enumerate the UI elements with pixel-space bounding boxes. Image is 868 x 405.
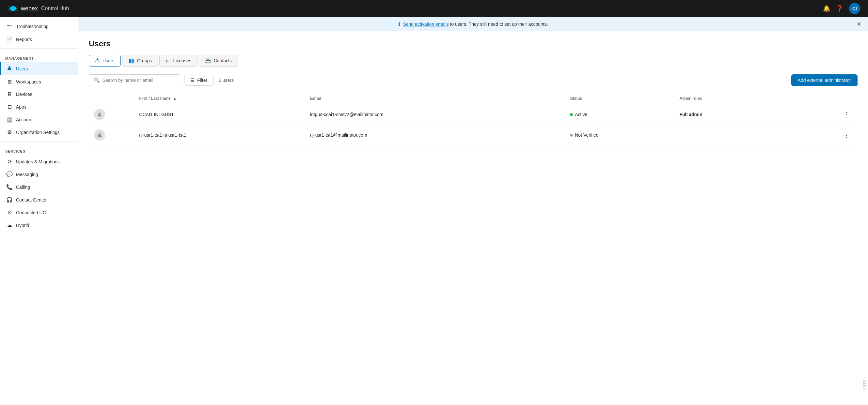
user-status: Active: [565, 104, 674, 125]
workspaces-icon: ⊞: [6, 78, 13, 85]
sidebar-item-troubleshooting[interactable]: 〜 Troubleshooting: [0, 20, 78, 33]
search-box[interactable]: 🔍: [89, 74, 180, 86]
tab-contacts-label: Contacts: [214, 58, 232, 63]
table-header: First / Last name ▲ Email Status Admin r…: [89, 93, 858, 104]
hybrid-icon: ☁: [6, 222, 13, 228]
tab-users-icon: [95, 58, 100, 64]
row-checkbox-cell: [89, 104, 134, 125]
row-more-button[interactable]: ⋮: [841, 130, 852, 140]
sidebar-item-label: Troubleshooting: [16, 24, 49, 29]
devices-icon: 🖥: [6, 91, 13, 97]
sidebar-item-reports[interactable]: 📄 Reports: [0, 33, 78, 46]
search-input[interactable]: [102, 78, 175, 83]
tab-licenses-icon: 🏷: [165, 58, 170, 64]
banner-message: to users. They still need to set up thei…: [449, 22, 548, 27]
row-actions-cell: ⋮: [811, 125, 858, 145]
row-more-button[interactable]: ⋮: [841, 109, 852, 120]
users-icon: [6, 66, 13, 72]
sidebar-item-messaging[interactable]: 💬 Messaging: [0, 168, 78, 181]
col-email-header: Email: [305, 93, 565, 104]
sidebar-item-account[interactable]: 🏢 Account: [0, 113, 78, 126]
sidebar-item-label: Workspaces: [16, 79, 41, 85]
app-header: webex Control Hub 🔔 ❓ CI: [0, 0, 868, 17]
table-row[interactable]: CCAI1 INTGUS1intgus-ccai1-cmsv2@mailinat…: [89, 104, 858, 125]
updates-icon: ⟳: [6, 159, 13, 165]
avatar[interactable]: CI: [849, 3, 860, 14]
status-text: Active: [575, 112, 587, 117]
sidebar-item-label: Updates & Migrations: [16, 159, 60, 164]
tab-contacts[interactable]: 📇 Contacts: [199, 55, 238, 67]
banner-close-button[interactable]: ✕: [857, 21, 862, 27]
col-name-label: First / Last name: [139, 96, 171, 101]
tab-users-label: Users: [102, 58, 115, 63]
sidebar-item-contact-center[interactable]: 🎧 Contact Center: [0, 193, 78, 206]
filter-button[interactable]: ☰ Filter: [184, 75, 214, 86]
messaging-icon: 💬: [6, 171, 13, 177]
sidebar-item-label: Connected UC: [16, 210, 46, 215]
sidebar-item-workspaces[interactable]: ⊞ Workspaces: [0, 75, 78, 88]
user-name[interactable]: nj-usr1-tst1 nj-usr1-tst1: [134, 125, 305, 145]
sidebar-item-label: Messaging: [16, 172, 38, 177]
sidebar-item-label: Reports: [16, 37, 32, 42]
tab-users[interactable]: Users: [89, 55, 121, 67]
troubleshooting-icon: 〜: [6, 23, 13, 30]
banner-text: Send activation emails to users. They st…: [403, 22, 548, 27]
filter-label: Filter: [197, 78, 207, 83]
page-tabs: Users 👥 Groups 🏷 Licenses 📇 Contacts: [89, 55, 858, 67]
col-status-header: Status: [565, 93, 674, 104]
active-dot: [570, 113, 573, 116]
send-activation-emails-link[interactable]: Send activation emails: [403, 22, 448, 27]
svg-point-3: [99, 133, 100, 135]
page-title: Users: [89, 39, 858, 48]
sidebar-item-label: Users: [16, 66, 28, 71]
banner-info-icon: ℹ: [398, 21, 400, 27]
sidebar: 〜 Troubleshooting 📄 Reports MANAGEMENT U…: [0, 17, 79, 405]
users-tbody: CCAI1 INTGUS1intgus-ccai1-cmsv2@mailinat…: [89, 104, 858, 145]
tab-licenses-label: Licenses: [173, 58, 191, 63]
user-email: nj-usr1-tst1@mailinator.com: [305, 125, 565, 145]
add-external-admin-button[interactable]: Add external administrator: [791, 74, 858, 86]
tab-licenses[interactable]: 🏷 Licenses: [159, 55, 197, 67]
col-admin-header: Admin roles: [674, 93, 811, 104]
services-section-label: SERVICES: [0, 144, 78, 155]
sidebar-item-connected-uc[interactable]: ⊙ Connected UC: [0, 206, 78, 219]
tab-groups[interactable]: 👥 Groups: [122, 55, 158, 67]
col-name-header[interactable]: First / Last name ▲: [134, 93, 305, 104]
app-body: 〜 Troubleshooting 📄 Reports MANAGEMENT U…: [0, 17, 868, 405]
sidebar-item-org-settings[interactable]: ⚙ Organization Settings: [0, 126, 78, 139]
sidebar-item-calling[interactable]: 📞 Calling: [0, 181, 78, 193]
user-admin-roles: [674, 125, 811, 145]
header-title: Control Hub: [41, 5, 69, 11]
activation-banner: ℹ Send activation emails to users. They …: [79, 17, 868, 31]
svg-point-2: [99, 113, 100, 115]
reports-icon: 📄: [6, 36, 13, 42]
sidebar-item-users[interactable]: Users: [0, 62, 78, 75]
row-actions-cell: ⋮: [811, 104, 858, 125]
user-email: intgus-ccai1-cmsv2@mailinator.com: [305, 104, 565, 125]
sidebar-item-label: Calling: [16, 184, 30, 190]
main-content: ℹ Send activation emails to users. They …: [79, 17, 868, 405]
contact-center-icon: 🎧: [6, 197, 13, 203]
logo-text: webex: [21, 5, 38, 12]
sidebar-item-label: Apps: [16, 104, 26, 109]
toolbar: 🔍 ☰ Filter 2 users Add external administ…: [89, 74, 858, 86]
page-content: Users Users 👥 Groups 🏷 Licenses: [79, 31, 868, 405]
table-row[interactable]: nj-usr1-tst1 nj-usr1-tst1nj-usr1-tst1@ma…: [89, 125, 858, 145]
sidebar-item-updates[interactable]: ⟳ Updates & Migrations: [0, 155, 78, 168]
tab-contacts-icon: 📇: [205, 58, 211, 64]
sidebar-item-label: Hybrid: [16, 223, 29, 228]
notification-icon[interactable]: 🔔: [823, 5, 830, 12]
not-verified-dot: [570, 134, 573, 137]
col-checkbox: [89, 93, 134, 104]
user-status: Not Verified: [565, 125, 674, 145]
webex-logo[interactable]: webex: [8, 5, 38, 12]
sidebar-item-apps[interactable]: ⊡ Apps: [0, 100, 78, 113]
apps-icon: ⊡: [6, 104, 13, 110]
tab-groups-label: Groups: [137, 58, 152, 63]
sidebar-item-label: Organization Settings: [16, 130, 60, 135]
sidebar-item-hybrid[interactable]: ☁ Hybrid: [0, 219, 78, 232]
help-icon[interactable]: ❓: [836, 5, 843, 12]
sidebar-item-devices[interactable]: 🖥 Devices: [0, 88, 78, 100]
users-table: First / Last name ▲ Email Status Admin r…: [89, 93, 858, 145]
user-name[interactable]: CCAI1 INTGUS1: [134, 104, 305, 125]
